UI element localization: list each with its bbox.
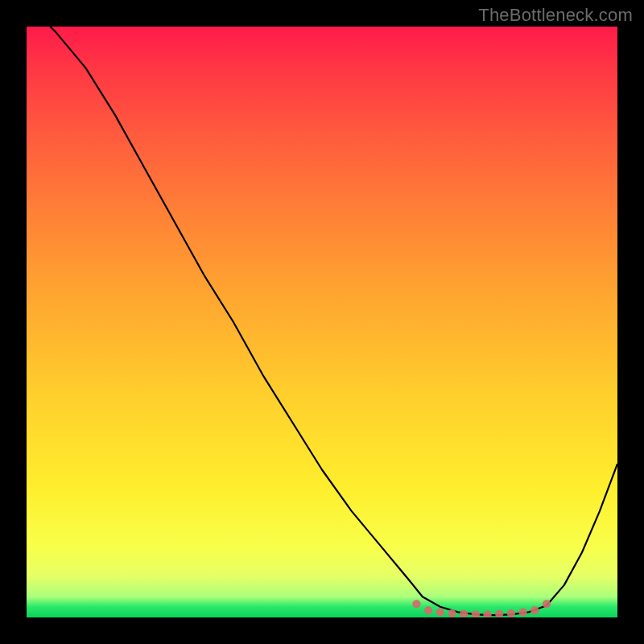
plot-area (27, 27, 617, 617)
watermark-text: TheBottleneck.com (478, 5, 633, 26)
chart-container: TheBottleneck.com (0, 0, 644, 644)
background-gradient (27, 27, 617, 617)
